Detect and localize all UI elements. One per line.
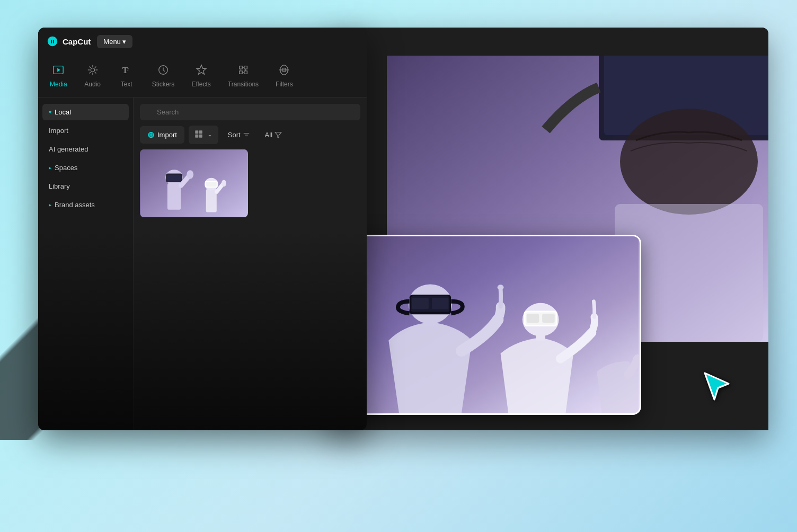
player-fg-card <box>334 235 641 415</box>
stickers-icon <box>157 64 169 77</box>
media-icon <box>52 64 64 77</box>
tab-transitions[interactable]: Transitions <box>220 60 266 92</box>
svg-rect-38 <box>432 298 448 309</box>
media-thumbnail-1[interactable] <box>140 149 248 217</box>
tab-bar: Media Audio T I Text <box>38 55 367 97</box>
svg-text:I: I <box>127 67 129 72</box>
view-toggle-button[interactable] <box>189 126 218 144</box>
tab-media-label: Media <box>50 81 67 88</box>
tab-text-label: Text <box>121 81 132 88</box>
sidebar-item-library[interactable]: Library <box>42 178 129 194</box>
tab-stickers-label: Stickers <box>152 81 175 88</box>
search-input[interactable] <box>140 104 360 120</box>
tab-audio[interactable]: Audio <box>77 60 109 92</box>
sidebar-item-brand-assets[interactable]: ▸ Brand assets <box>42 197 129 213</box>
tab-filters-label: Filters <box>276 81 293 88</box>
filter-button[interactable]: All <box>260 127 287 143</box>
svg-point-2 <box>91 68 94 72</box>
tab-audio-label: Audio <box>84 81 101 88</box>
svg-rect-18 <box>167 175 181 181</box>
toolbar-row: ⊕ Import Sort <box>140 126 360 144</box>
filters-icon <box>278 64 290 77</box>
brand-assets-arrow-icon: ▸ <box>49 202 51 208</box>
sidebar-local-label: Local <box>55 108 71 116</box>
sort-button[interactable]: Sort <box>223 127 255 143</box>
app-title: CapCut <box>63 37 91 46</box>
svg-rect-14 <box>141 149 247 217</box>
sidebar-item-spaces[interactable]: ▸ Spaces <box>42 159 129 176</box>
menu-button[interactable]: Menu ▾ <box>97 35 132 48</box>
import-button[interactable]: ⊕ Import <box>140 126 184 144</box>
tab-stickers[interactable]: Stickers <box>145 60 182 92</box>
svg-rect-9 <box>195 130 198 134</box>
spaces-arrow-icon: ▸ <box>49 165 51 171</box>
player-window: Player <box>329 28 768 430</box>
content-area: ▾ Local Import AI generated ▸ Spaces Lib… <box>38 97 367 430</box>
sidebar: ▾ Local Import AI generated ▸ Spaces Lib… <box>38 97 134 430</box>
svg-rect-24 <box>206 182 217 187</box>
main-panel: ⊕ Import Sort <box>134 97 367 430</box>
title-bar: CapCut Menu ▾ <box>38 28 367 55</box>
svg-rect-37 <box>412 298 429 309</box>
sidebar-item-ai-generated[interactable]: AI generated <box>42 141 129 157</box>
effects-icon <box>196 64 207 77</box>
svg-rect-45 <box>527 314 539 323</box>
sidebar-library-label: Library <box>49 182 70 190</box>
svg-marker-13 <box>275 132 281 138</box>
svg-point-30 <box>620 109 758 215</box>
tab-transitions-label: Transitions <box>228 81 259 88</box>
svg-rect-39 <box>429 302 432 306</box>
audio-icon <box>87 64 99 77</box>
svg-point-40 <box>498 285 504 290</box>
sidebar-ai-label: AI generated <box>49 145 88 153</box>
cursor-arrow <box>699 368 737 407</box>
sidebar-import-label: Import <box>49 127 68 135</box>
tab-media[interactable]: Media <box>42 60 75 92</box>
svg-point-26 <box>222 180 226 187</box>
thumbnail-vr-image-1 <box>140 149 248 217</box>
player-title-bar: Player <box>329 28 768 56</box>
transitions-icon <box>237 64 249 77</box>
svg-rect-11 <box>195 135 198 138</box>
sidebar-item-local[interactable]: ▾ Local <box>42 104 129 120</box>
svg-marker-6 <box>196 65 206 74</box>
svg-rect-10 <box>199 130 202 134</box>
sidebar-spaces-label: Spaces <box>55 164 77 172</box>
svg-rect-15 <box>167 183 181 210</box>
text-icon: T I <box>121 64 132 77</box>
player-content <box>329 56 768 430</box>
tab-effects-label: Effects <box>191 81 210 88</box>
svg-point-20 <box>187 170 193 179</box>
media-grid <box>140 149 360 424</box>
tab-text[interactable]: T I Text <box>111 60 143 92</box>
capcut-logo-icon <box>47 36 58 47</box>
local-arrow-icon: ▾ <box>49 109 51 115</box>
svg-rect-12 <box>199 135 202 138</box>
logo-area: CapCut <box>47 36 91 47</box>
import-plus-icon: ⊕ <box>147 130 154 140</box>
svg-rect-46 <box>542 314 555 323</box>
tab-filters[interactable]: Filters <box>268 60 300 92</box>
tab-effects[interactable]: Effects <box>184 60 218 92</box>
svg-marker-1 <box>58 68 61 72</box>
svg-marker-47 <box>705 373 729 400</box>
search-wrapper <box>140 104 360 120</box>
sidebar-item-import[interactable]: Import <box>42 122 129 139</box>
app-window: CapCut Menu ▾ Media Audio <box>38 28 367 430</box>
sidebar-brand-label: Brand assets <box>55 201 95 209</box>
